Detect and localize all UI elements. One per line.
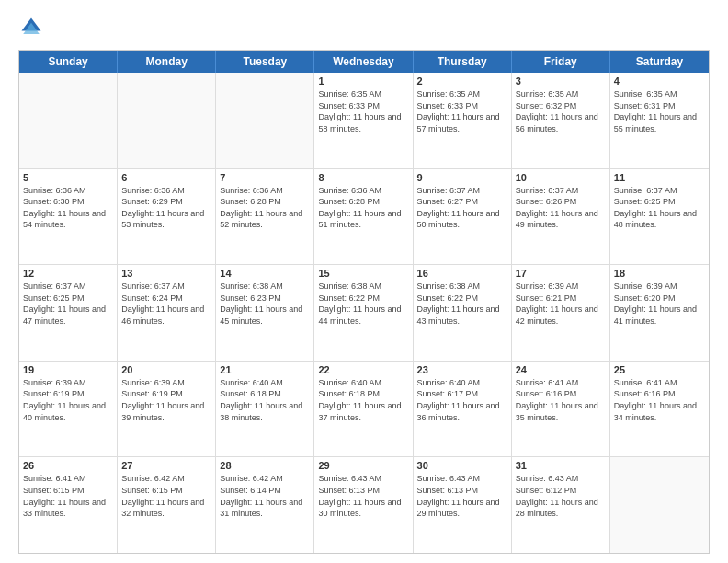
calendar-cell: 7Sunrise: 6:36 AM Sunset: 6:28 PM Daylig… [216,169,314,265]
calendar-cell: 27Sunrise: 6:42 AM Sunset: 6:15 PM Dayli… [118,457,216,553]
calendar-week-row: 12Sunrise: 6:37 AM Sunset: 6:25 PM Dayli… [19,265,709,362]
calendar-cell: 3Sunrise: 6:35 AM Sunset: 6:32 PM Daylig… [512,73,610,168]
cell-info: Sunrise: 6:36 AM Sunset: 6:28 PM Dayligh… [220,185,310,231]
calendar-cell: 21Sunrise: 6:40 AM Sunset: 6:18 PM Dayli… [216,362,314,457]
cell-info: Sunrise: 6:37 AM Sunset: 6:26 PM Dayligh… [516,185,606,231]
day-number: 28 [220,460,310,471]
day-number: 10 [516,172,606,183]
cell-info: Sunrise: 6:41 AM Sunset: 6:16 PM Dayligh… [614,377,705,423]
cell-info: Sunrise: 6:35 AM Sunset: 6:32 PM Dayligh… [516,88,606,134]
day-number: 11 [614,172,705,183]
day-number: 29 [318,460,408,471]
day-number: 16 [417,268,507,279]
day-number: 24 [516,364,606,375]
calendar-cell [610,457,709,553]
calendar-cell [216,73,314,168]
cell-info: Sunrise: 6:40 AM Sunset: 6:18 PM Dayligh… [318,377,408,423]
calendar-header: SundayMondayTuesdayWednesdayThursdayFrid… [19,51,709,73]
cell-info: Sunrise: 6:40 AM Sunset: 6:17 PM Dayligh… [417,377,507,423]
header [18,15,710,40]
cell-info: Sunrise: 6:36 AM Sunset: 6:28 PM Dayligh… [318,185,408,231]
weekday-header: Sunday [19,51,118,73]
calendar-cell: 19Sunrise: 6:39 AM Sunset: 6:19 PM Dayli… [19,362,118,457]
day-number: 13 [121,268,211,279]
cell-info: Sunrise: 6:38 AM Sunset: 6:23 PM Dayligh… [220,281,310,327]
calendar-cell: 1Sunrise: 6:35 AM Sunset: 6:33 PM Daylig… [314,73,413,168]
cell-info: Sunrise: 6:38 AM Sunset: 6:22 PM Dayligh… [417,281,507,327]
cell-info: Sunrise: 6:35 AM Sunset: 6:33 PM Dayligh… [318,88,408,134]
cell-info: Sunrise: 6:35 AM Sunset: 6:33 PM Dayligh… [417,88,507,134]
weekday-header: Friday [512,51,610,73]
day-number: 8 [318,172,408,183]
calendar-cell: 28Sunrise: 6:42 AM Sunset: 6:14 PM Dayli… [216,457,314,553]
day-number: 27 [121,460,211,471]
day-number: 30 [417,460,507,471]
day-number: 17 [516,268,606,279]
weekday-header: Wednesday [314,51,413,73]
page: SundayMondayTuesdayWednesdayThursdayFrid… [0,0,728,563]
calendar-cell: 9Sunrise: 6:37 AM Sunset: 6:27 PM Daylig… [414,169,512,265]
cell-info: Sunrise: 6:42 AM Sunset: 6:15 PM Dayligh… [121,473,211,519]
calendar-cell: 14Sunrise: 6:38 AM Sunset: 6:23 PM Dayli… [216,265,314,361]
calendar-cell: 30Sunrise: 6:43 AM Sunset: 6:13 PM Dayli… [414,457,512,553]
cell-info: Sunrise: 6:37 AM Sunset: 6:25 PM Dayligh… [614,185,705,231]
calendar-week-row: 19Sunrise: 6:39 AM Sunset: 6:19 PM Dayli… [19,362,709,458]
cell-info: Sunrise: 6:39 AM Sunset: 6:20 PM Dayligh… [614,281,705,327]
calendar-cell: 18Sunrise: 6:39 AM Sunset: 6:20 PM Dayli… [610,265,709,361]
weekday-header: Tuesday [216,51,314,73]
cell-info: Sunrise: 6:36 AM Sunset: 6:29 PM Dayligh… [121,185,211,231]
day-number: 23 [417,364,507,375]
cell-info: Sunrise: 6:37 AM Sunset: 6:24 PM Dayligh… [121,281,211,327]
calendar: SundayMondayTuesdayWednesdayThursdayFrid… [18,50,710,554]
calendar-cell: 5Sunrise: 6:36 AM Sunset: 6:30 PM Daylig… [19,169,118,265]
calendar-cell: 31Sunrise: 6:43 AM Sunset: 6:12 PM Dayli… [512,457,610,553]
day-number: 31 [516,460,606,471]
day-number: 15 [318,268,408,279]
calendar-cell: 13Sunrise: 6:37 AM Sunset: 6:24 PM Dayli… [118,265,216,361]
calendar-cell: 2Sunrise: 6:35 AM Sunset: 6:33 PM Daylig… [414,73,512,168]
day-number: 20 [121,364,211,375]
cell-info: Sunrise: 6:35 AM Sunset: 6:31 PM Dayligh… [614,88,705,134]
calendar-cell [19,73,118,168]
cell-info: Sunrise: 6:39 AM Sunset: 6:19 PM Dayligh… [121,377,211,423]
calendar-cell: 16Sunrise: 6:38 AM Sunset: 6:22 PM Dayli… [414,265,512,361]
cell-info: Sunrise: 6:37 AM Sunset: 6:25 PM Dayligh… [23,281,113,327]
day-number: 21 [220,364,310,375]
calendar-cell: 22Sunrise: 6:40 AM Sunset: 6:18 PM Dayli… [314,362,413,457]
calendar-cell: 24Sunrise: 6:41 AM Sunset: 6:16 PM Dayli… [512,362,610,457]
calendar-cell [118,73,216,168]
calendar-cell: 26Sunrise: 6:41 AM Sunset: 6:15 PM Dayli… [19,457,118,553]
cell-info: Sunrise: 6:36 AM Sunset: 6:30 PM Dayligh… [23,185,113,231]
calendar-cell: 10Sunrise: 6:37 AM Sunset: 6:26 PM Dayli… [512,169,610,265]
calendar-cell: 15Sunrise: 6:38 AM Sunset: 6:22 PM Dayli… [314,265,413,361]
cell-info: Sunrise: 6:43 AM Sunset: 6:13 PM Dayligh… [417,473,507,519]
calendar-cell: 6Sunrise: 6:36 AM Sunset: 6:29 PM Daylig… [118,169,216,265]
day-number: 6 [121,172,211,183]
cell-info: Sunrise: 6:42 AM Sunset: 6:14 PM Dayligh… [220,473,310,519]
day-number: 2 [417,75,507,86]
calendar-cell: 8Sunrise: 6:36 AM Sunset: 6:28 PM Daylig… [314,169,413,265]
cell-info: Sunrise: 6:43 AM Sunset: 6:12 PM Dayligh… [516,473,606,519]
day-number: 14 [220,268,310,279]
day-number: 9 [417,172,507,183]
cell-info: Sunrise: 6:38 AM Sunset: 6:22 PM Dayligh… [318,281,408,327]
cell-info: Sunrise: 6:37 AM Sunset: 6:27 PM Dayligh… [417,185,507,231]
cell-info: Sunrise: 6:41 AM Sunset: 6:15 PM Dayligh… [23,473,113,519]
day-number: 7 [220,172,310,183]
calendar-cell: 25Sunrise: 6:41 AM Sunset: 6:16 PM Dayli… [610,362,709,457]
day-number: 5 [23,172,113,183]
calendar-cell: 29Sunrise: 6:43 AM Sunset: 6:13 PM Dayli… [314,457,413,553]
day-number: 25 [614,364,705,375]
calendar-cell: 20Sunrise: 6:39 AM Sunset: 6:19 PM Dayli… [118,362,216,457]
day-number: 18 [614,268,705,279]
cell-info: Sunrise: 6:39 AM Sunset: 6:19 PM Dayligh… [23,377,113,423]
weekday-header: Saturday [610,51,709,73]
calendar-body: 1Sunrise: 6:35 AM Sunset: 6:33 PM Daylig… [19,73,709,553]
calendar-cell: 17Sunrise: 6:39 AM Sunset: 6:21 PM Dayli… [512,265,610,361]
weekday-header: Thursday [414,51,512,73]
cell-info: Sunrise: 6:40 AM Sunset: 6:18 PM Dayligh… [220,377,310,423]
day-number: 1 [318,75,408,86]
calendar-cell: 11Sunrise: 6:37 AM Sunset: 6:25 PM Dayli… [610,169,709,265]
day-number: 12 [23,268,113,279]
calendar-cell: 23Sunrise: 6:40 AM Sunset: 6:17 PM Dayli… [414,362,512,457]
